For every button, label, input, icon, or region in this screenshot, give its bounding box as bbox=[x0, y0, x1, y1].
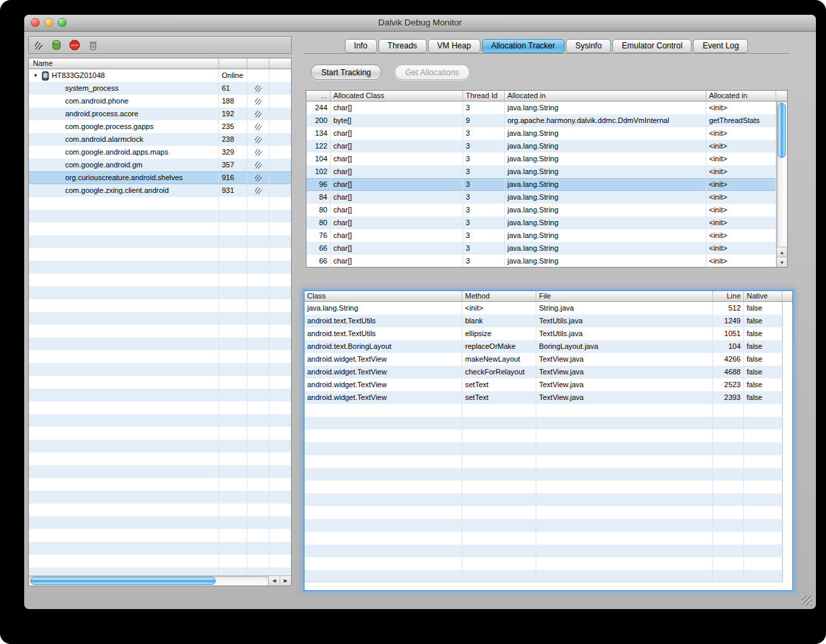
column-header[interactable]: Class bbox=[304, 291, 462, 301]
empty-row bbox=[304, 532, 782, 545]
cell bbox=[536, 442, 713, 455]
empty-row bbox=[29, 504, 291, 516]
empty-row bbox=[29, 248, 291, 261]
column-header[interactable]: Allocated in bbox=[505, 91, 706, 101]
cell: replaceOrMake bbox=[462, 340, 536, 353]
allocation-row[interactable]: 80char[]3java.lang.String<init> bbox=[306, 204, 776, 216]
stack-row[interactable]: java.lang.String<init>String.java512fals… bbox=[304, 302, 782, 315]
tab-emulator-control[interactable]: Emulator Control bbox=[612, 39, 692, 53]
process-row[interactable]: system_process61 bbox=[29, 82, 291, 95]
process-row[interactable]: org.curiouscreature.android.shelves916 bbox=[29, 171, 291, 184]
process-row[interactable]: android.process.acore192 bbox=[29, 108, 291, 120]
column-header[interactable]: Thread Id bbox=[463, 91, 505, 101]
column-header[interactable] bbox=[270, 58, 292, 69]
tab-threads[interactable]: Threads bbox=[378, 39, 427, 53]
update-heap-icon[interactable] bbox=[50, 38, 63, 52]
stack-row[interactable]: android.widget.TextViewsetTextTextView.j… bbox=[304, 378, 782, 391]
cell bbox=[270, 516, 291, 529]
gc-icon[interactable] bbox=[86, 38, 99, 52]
allocation-row[interactable]: 76char[]3java.lang.String<init> bbox=[306, 229, 776, 242]
stack-row[interactable]: android.text.TextUtilsblankTextUtils.jav… bbox=[304, 315, 782, 327]
stop-process-icon[interactable]: STOP bbox=[68, 38, 81, 52]
horizontal-scrollbar-track[interactable] bbox=[304, 581, 782, 590]
allocation-row[interactable]: 244char[]3java.lang.String<init> bbox=[306, 102, 776, 114]
allocation-row[interactable]: 104char[]3java.lang.String<init> bbox=[306, 153, 776, 165]
scroll-right-arrow-icon[interactable]: ▶ bbox=[280, 576, 291, 586]
scrollbar-track[interactable] bbox=[29, 576, 268, 586]
tab-allocation-tracker[interactable]: Allocation Tracker bbox=[482, 39, 565, 53]
cell: false bbox=[744, 327, 782, 340]
cell bbox=[29, 312, 219, 325]
allocation-row[interactable]: 200byte[]9org.apache.harmony.dalvik.ddmc… bbox=[306, 114, 776, 127]
scroll-down-arrow-icon[interactable]: ▼ bbox=[777, 257, 787, 267]
stack-row[interactable]: android.widget.TextViewmakeNewLayoutText… bbox=[304, 353, 782, 366]
cell: blank bbox=[462, 315, 536, 327]
cell bbox=[713, 493, 744, 506]
horizontal-scrollbar[interactable]: ◀ ▶ bbox=[29, 575, 291, 586]
process-row[interactable]: com.google.process.gapps235 bbox=[29, 120, 291, 133]
column-header[interactable]: ... bbox=[306, 91, 331, 101]
column-header[interactable]: Allocated Class bbox=[331, 91, 463, 101]
allocation-row[interactable]: 102char[]3java.lang.String<init> bbox=[306, 165, 776, 178]
titlebar[interactable]: Dalvik Debug Monitor bbox=[24, 15, 816, 32]
cell: android.text.TextUtils bbox=[304, 327, 462, 340]
cell bbox=[713, 519, 744, 532]
empty-row bbox=[29, 350, 291, 363]
allocation-row[interactable]: 122char[]3java.lang.String<init> bbox=[306, 140, 776, 153]
empty-row bbox=[29, 567, 291, 575]
scrollbar-thumb[interactable] bbox=[30, 577, 216, 585]
tab-vm-heap[interactable]: VM Heap bbox=[428, 39, 481, 53]
process-row[interactable]: com.android.phone188 bbox=[29, 95, 291, 108]
update-threads-icon[interactable] bbox=[32, 38, 45, 52]
column-header[interactable] bbox=[247, 58, 270, 69]
cell bbox=[304, 506, 462, 519]
allocation-row[interactable]: 134char[]3java.lang.String<init> bbox=[306, 127, 776, 140]
panel-splitter[interactable] bbox=[292, 31, 298, 588]
device-row[interactable]: ▼HT833GZ01048Online bbox=[29, 69, 291, 82]
cell: 104 bbox=[713, 340, 744, 353]
vertical-scrollbar[interactable]: ▲ ▼ bbox=[776, 102, 787, 267]
allocation-row[interactable]: 84char[]3java.lang.String<init> bbox=[306, 191, 776, 204]
allocation-row[interactable]: 66char[]3java.lang.String<init> bbox=[306, 255, 776, 267]
process-row[interactable]: com.android.alarmclock238 bbox=[29, 133, 291, 146]
stack-row[interactable]: android.text.TextUtilsellipsizeTextUtils… bbox=[304, 327, 782, 340]
start-tracking-button[interactable]: Start Tracking bbox=[311, 65, 382, 80]
cell bbox=[462, 506, 536, 519]
scroll-left-arrow-icon[interactable]: ◀ bbox=[268, 576, 280, 586]
stack-row[interactable]: android.text.BoringLayoutreplaceOrMakeBo… bbox=[304, 340, 782, 353]
tab-sysinfo[interactable]: Sysinfo bbox=[566, 39, 611, 53]
scroll-up-arrow-icon[interactable]: ▲ bbox=[777, 247, 787, 257]
tab-event-log[interactable]: Event Log bbox=[693, 39, 748, 53]
column-header[interactable] bbox=[219, 58, 247, 69]
column-header[interactable]: Allocated in bbox=[706, 91, 776, 101]
cell bbox=[29, 363, 219, 376]
column-header[interactable]: Line bbox=[713, 291, 744, 301]
cell bbox=[29, 274, 219, 286]
column-header[interactable]: File bbox=[536, 291, 713, 301]
resize-grip[interactable] bbox=[802, 596, 812, 606]
process-pid: 61 bbox=[219, 82, 247, 95]
stack-row[interactable]: android.widget.TextViewcheckForRelayoutT… bbox=[304, 366, 782, 378]
empty-row bbox=[29, 542, 291, 555]
cell: 102 bbox=[306, 165, 331, 178]
disclosure-triangle-icon[interactable]: ▼ bbox=[33, 69, 42, 82]
scrollbar-thumb[interactable] bbox=[778, 103, 786, 158]
stack-row[interactable]: android.widget.TextViewsetTextTextView.j… bbox=[304, 391, 782, 404]
column-header[interactable]: Native bbox=[744, 291, 782, 301]
empty-row bbox=[304, 430, 782, 442]
cell bbox=[744, 557, 782, 570]
process-row[interactable]: com.google.android.apps.maps329 bbox=[29, 146, 291, 159]
column-header[interactable]: Name bbox=[29, 58, 219, 69]
cell bbox=[462, 404, 536, 417]
tab-info[interactable]: Info bbox=[345, 39, 377, 53]
process-name: org.curiouscreature.android.shelves bbox=[29, 171, 219, 184]
vertical-scrollbar-track[interactable] bbox=[782, 302, 792, 581]
allocation-row[interactable]: 80char[]3java.lang.String<init> bbox=[306, 216, 776, 229]
allocation-row[interactable]: 96char[]3java.lang.String<init> bbox=[306, 178, 776, 191]
process-row[interactable]: com.google.zxing.client.android931 bbox=[29, 184, 291, 197]
cell bbox=[462, 557, 536, 570]
process-row[interactable]: com.google.android.gm357 bbox=[29, 159, 291, 171]
cell bbox=[219, 261, 247, 274]
allocation-row[interactable]: 66char[]3java.lang.String<init> bbox=[306, 242, 776, 255]
column-header[interactable]: Method bbox=[462, 291, 536, 301]
